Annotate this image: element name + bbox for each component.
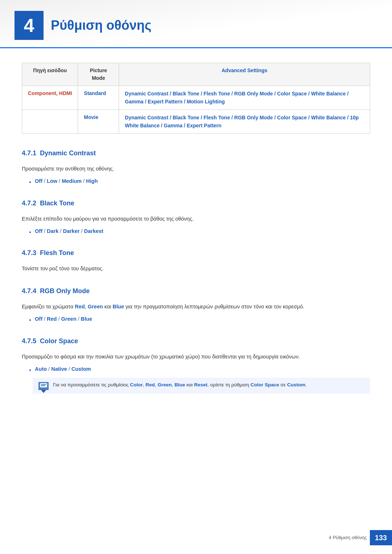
bullet-item-4-7-4: ● Off / Red / Green / Blue — [29, 315, 370, 323]
section-body-4-7-1: Προσαρμόστε την αντίθεση της οθόνης. — [22, 165, 370, 173]
table-cell-settings: Dynamic Contrast / Black Tone / Flesh To… — [119, 86, 370, 110]
section-4-7-3: 4.7.3 Flesh Tone Τονίστε τον ροζ τόνο το… — [22, 248, 370, 273]
section-4-7-1: 4.7.1 Dynamic Contrast Προσαρμόστε την α… — [22, 148, 370, 185]
bullet-dot: ● — [29, 179, 31, 185]
table-cell-mode: Standard — [78, 86, 119, 110]
table-cell-source: Component, HDMI — [22, 86, 78, 110]
section-heading-4-7-3: 4.7.3 Flesh Tone — [22, 248, 370, 259]
section-body-4-7-3: Τονίστε τον ροζ τόνο του δέρματος. — [22, 264, 370, 273]
page-header: 4 Ρύθμιση οθόνης — [0, 0, 392, 48]
bullet-item-4-7-5: ● Auto / Native / Custom — [29, 365, 370, 373]
section-4-7-4: 4.7.4 RGB Only Mode Εμφανίζει τα χρώματα… — [22, 286, 370, 323]
bullet-item-4-7-2: ● Off / Dark / Darker / Darkest — [29, 227, 370, 235]
bullet-text-4-7-2: Off / Dark / Darker / Darkest — [35, 227, 103, 235]
section-body-4-7-2: Επιλέξτε επίπεδο του μαύρου για να προσα… — [22, 215, 370, 223]
settings-table: Πηγή εισόδου Picture Mode Advanced Setti… — [22, 63, 370, 134]
table-row: Component, HDMI Standard Dynamic Contras… — [22, 86, 370, 110]
section-4-7-2: 4.7.2 Black Tone Επιλέξτε επίπεδο του μα… — [22, 198, 370, 235]
section-heading-4-7-5: 4.7.5 Color Space — [22, 336, 370, 348]
note-box: Για να προσαρμόσετε τις ρυθμίσεις Color,… — [33, 378, 370, 394]
section-heading-4-7-2: 4.7.2 Black Tone — [22, 198, 370, 210]
table-cell-mode: Movie — [78, 110, 119, 134]
bullet-item-4-7-1: ● Off / Low / Medium / High — [29, 177, 370, 185]
chapter-title: Ρύθμιση οθόνης — [51, 16, 151, 35]
note-text: Για να προσαρμόσετε τις ρυθμίσεις Color,… — [53, 381, 307, 389]
section-body-4-7-5: Προσαρμόζει το φάσμα και την ποικιλία τω… — [22, 353, 370, 361]
table-row: Movie Dynamic Contrast / Black Tone / Fl… — [22, 110, 370, 134]
note-icon — [38, 382, 49, 390]
footer-text: 4 Ρύθμιση οθόνης — [329, 534, 367, 541]
section-heading-4-7-4: 4.7.4 RGB Only Mode — [22, 286, 370, 297]
section-body-4-7-4: Εμφανίζει τα χρώματα Red, Green και Blue… — [22, 303, 370, 311]
table-cell-source — [22, 110, 78, 134]
chapter-number: 4 — [15, 11, 44, 40]
bullet-dot: ● — [29, 229, 31, 235]
col-header-advanced: Advanced Settings — [119, 63, 370, 86]
page-footer: 4 Ρύθμιση οθόνης 133 — [329, 530, 392, 545]
bullet-dot: ● — [29, 367, 31, 373]
table-cell-settings: Dynamic Contrast / Black Tone / Flesh To… — [119, 110, 370, 134]
main-content: Πηγή εισόδου Picture Mode Advanced Setti… — [0, 63, 392, 436]
section-4-7-5: 4.7.5 Color Space Προσαρμόζει το φάσμα κ… — [22, 336, 370, 394]
col-header-source: Πηγή εισόδου — [22, 63, 78, 86]
bullet-dot: ● — [29, 317, 31, 323]
col-header-mode: Picture Mode — [78, 63, 119, 86]
section-heading-4-7-1: 4.7.1 Dynamic Contrast — [22, 148, 370, 160]
bullet-text-4-7-1: Off / Low / Medium / High — [35, 177, 98, 185]
footer-page-number: 133 — [370, 530, 392, 545]
bullet-text-4-7-5: Auto / Native / Custom — [35, 365, 91, 373]
bullet-text-4-7-4: Off / Red / Green / Blue — [35, 315, 92, 323]
